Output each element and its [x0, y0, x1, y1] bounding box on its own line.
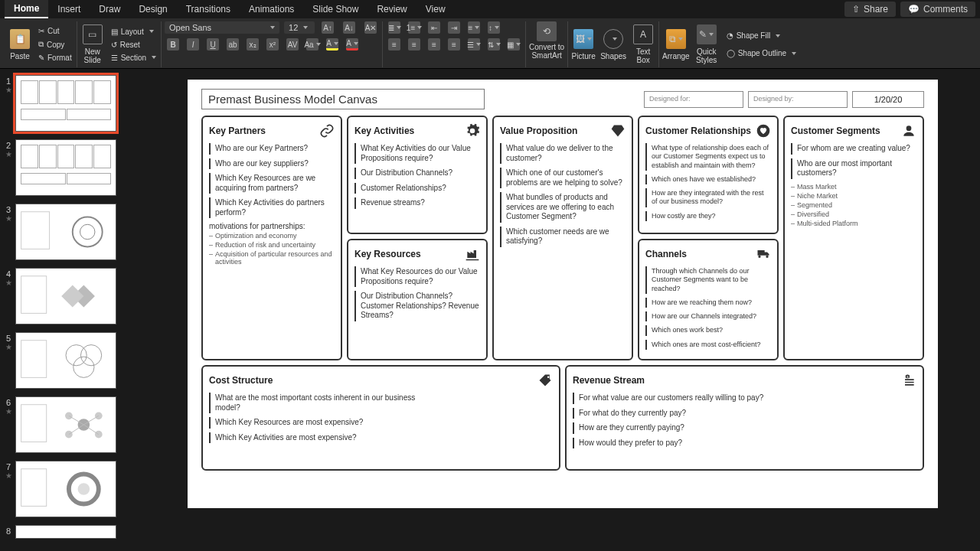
paste-label[interactable]: Paste — [10, 52, 30, 60]
justify-icon[interactable]: ≡ — [448, 38, 460, 51]
comments-icon: 💬 — [908, 4, 920, 15]
thumb-3[interactable]: 3★ — [2, 204, 142, 260]
subscript-icon[interactable]: x₂ — [247, 38, 259, 51]
tab-view[interactable]: View — [416, 1, 455, 18]
tab-insert[interactable]: Insert — [48, 1, 90, 18]
highlight-icon[interactable]: AV — [286, 38, 299, 51]
svg-point-18 — [95, 431, 103, 439]
tab-home[interactable]: Home — [5, 0, 48, 18]
thumb-6[interactable]: 6★ — [2, 396, 142, 453]
card-key-activities[interactable]: Key Activities What Key Activities do ou… — [347, 116, 488, 234]
shrink-font-icon[interactable]: A↓ — [343, 21, 355, 34]
thumb-7[interactable]: 7★ — [2, 461, 142, 517]
line-spacing-icon[interactable]: ≡ — [468, 21, 480, 34]
tab-slideshow[interactable]: Slide Show — [303, 1, 368, 18]
person-icon — [901, 123, 916, 139]
cut-button[interactable]: ✂Cut — [37, 26, 74, 36]
card-customer-segments[interactable]: Customer Segments For whom are we creati… — [783, 116, 924, 360]
tab-review[interactable]: Review — [368, 1, 416, 18]
thumb-5[interactable]: 5★ — [2, 332, 142, 389]
underline-icon[interactable]: U — [207, 38, 219, 51]
align-center-icon[interactable]: ≡ — [408, 38, 420, 51]
reset-button[interactable]: ↺Reset — [109, 40, 158, 50]
tab-draw[interactable]: Draw — [90, 1, 129, 18]
designed-by-field[interactable]: Designed by: — [748, 91, 848, 108]
group-smartart: ⟲ Convert to SmartArt — [526, 21, 568, 67]
svg-point-17 — [65, 431, 73, 439]
thumb-8[interactable]: 8 — [2, 525, 142, 539]
new-slide-icon[interactable]: ▭ — [83, 24, 103, 44]
money-icon: $ — [901, 373, 916, 388]
layout-button[interactable]: ▤Layout — [109, 27, 158, 37]
bold-icon[interactable]: B — [167, 38, 179, 51]
group-arrange: ⧉ Arrange ✎ Quick Styles ◔Shape Fill ◯Sh… — [659, 21, 801, 67]
columns-icon[interactable]: ☰ — [468, 38, 480, 51]
card-channels[interactable]: Channels Through which Channels do our C… — [638, 239, 779, 360]
card-key-resources[interactable]: Key Resources What Key Resources do our … — [347, 239, 488, 360]
smartart-icon[interactable]: ⟲ — [537, 21, 557, 41]
comments-button[interactable]: 💬Comments — [900, 2, 975, 17]
card-customer-relationships[interactable]: Customer Relationships What type of rela… — [638, 116, 779, 234]
layout-icon: ▤ — [111, 28, 118, 36]
new-slide-label[interactable]: New Slide — [84, 47, 101, 64]
strike-icon[interactable]: ab — [227, 38, 239, 51]
tag-icon — [537, 373, 553, 388]
superscript-icon[interactable]: x² — [266, 38, 279, 51]
thumb-2[interactable]: 2★ — [2, 139, 142, 196]
group-font: Open Sans 12 A↑ A↓ A✕ B I U ab x₂ x² AV … — [162, 21, 383, 67]
text-highlight-icon[interactable]: A — [326, 38, 338, 51]
link-icon — [319, 123, 335, 139]
grow-font-icon[interactable]: A↑ — [322, 21, 334, 34]
font-color-icon[interactable]: A — [346, 38, 358, 51]
tab-transitions[interactable]: Transitions — [177, 1, 240, 18]
slide-content[interactable]: Premast Business Model Canvas Designed f… — [188, 80, 938, 508]
shape-outline-button[interactable]: ◯Shape Outline — [725, 48, 798, 58]
align-left-icon[interactable]: ≡ — [388, 38, 400, 51]
card-value-proposition[interactable]: Value Proposition What value do we deliv… — [492, 116, 633, 360]
group-insert: 🖼 Picture Shapes A Text Box — [568, 21, 659, 67]
quick-styles-icon[interactable]: ✎ — [697, 24, 717, 44]
slide-title[interactable]: Premast Business Model Canvas — [201, 89, 485, 109]
slide-thumbnail-panel[interactable]: 1★ 2★ 3★ 4★ 5★ 6★ 7★ 8 — [0, 69, 145, 551]
copy-icon: ⧉ — [38, 40, 44, 49]
italic-icon[interactable]: I — [187, 38, 199, 51]
format-icon: ✎ — [38, 54, 44, 62]
align-right-icon[interactable]: ≡ — [428, 38, 440, 51]
share-button[interactable]: ⇧Share — [844, 2, 896, 17]
picture-icon[interactable]: 🖼 — [573, 29, 593, 49]
align-text-icon[interactable]: ⇅ — [488, 38, 500, 51]
group-clipboard: 📋 Paste ✂Cut ⧉Copy ✎Format — [5, 21, 77, 67]
tab-design[interactable]: Design — [129, 1, 176, 18]
card-key-partners[interactable]: Key Partners Who are our Key Partners? W… — [201, 116, 342, 360]
menu-bar: Home Insert Draw Design Transitions Anim… — [0, 0, 980, 18]
arrange-icon[interactable]: ⧉ — [666, 29, 686, 49]
indent-icon[interactable]: ⇥ — [448, 21, 460, 34]
case-icon[interactable]: Aa — [306, 38, 318, 51]
date-field[interactable]: 1/20/20 — [852, 91, 924, 108]
card-revenue-stream[interactable]: Revenue Stream $ For what value are our … — [565, 365, 924, 471]
factory-icon — [465, 246, 480, 262]
smartart-label[interactable]: Convert to SmartArt — [529, 43, 564, 60]
font-size-dropdown[interactable]: 12 — [284, 21, 315, 34]
copy-button[interactable]: ⧉Copy — [37, 39, 74, 50]
numbering-icon[interactable]: 1≡ — [408, 21, 420, 34]
clear-format-icon[interactable]: A✕ — [364, 21, 377, 34]
section-button[interactable]: ☰Section — [109, 53, 158, 63]
text-direction-icon[interactable]: ↕ — [488, 21, 500, 34]
outdent-icon[interactable]: ⇤ — [428, 21, 440, 34]
shape-fill-button[interactable]: ◔Shape Fill — [725, 31, 798, 41]
cell-margin-icon[interactable]: ▦ — [508, 38, 520, 51]
card-cost-structure[interactable]: Cost Structure What are the most importa… — [201, 365, 560, 471]
slide-canvas[interactable]: Premast Business Model Canvas Designed f… — [145, 69, 980, 551]
format-button[interactable]: ✎Format — [37, 53, 74, 63]
thumb-1[interactable]: 1★ — [2, 75, 142, 132]
tab-animations[interactable]: Animations — [240, 1, 303, 18]
font-family-dropdown[interactable]: Open Sans — [165, 21, 279, 34]
bullets-icon[interactable]: ≣ — [388, 21, 400, 34]
designed-for-field[interactable]: Designed for: — [644, 91, 743, 108]
textbox-icon[interactable]: A — [633, 24, 653, 44]
thumb-4[interactable]: 4★ — [2, 268, 142, 324]
paste-icon[interactable]: 📋 — [10, 29, 30, 49]
cut-icon: ✂ — [38, 27, 44, 35]
shapes-icon[interactable] — [603, 29, 623, 49]
